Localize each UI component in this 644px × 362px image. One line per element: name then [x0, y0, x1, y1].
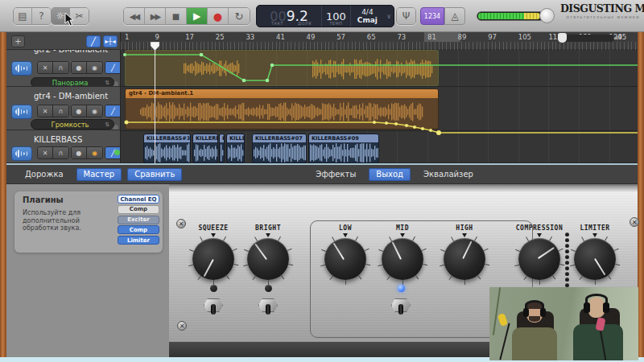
record-button[interactable]: ● [208, 8, 229, 24]
lcd-display[interactable]: 009.2 ТАКТ ДОЛЯ 100 ТЕМП 4/4 Cmaj ∨ [256, 5, 394, 27]
automation-mode-button[interactable]: ╱ [86, 35, 101, 47]
solo-button[interactable]: ∩ [53, 62, 68, 73]
record-enable-button[interactable]: ● [72, 105, 87, 117]
metronome-button[interactable]: ◬ [444, 7, 465, 25]
tab-left-3[interactable]: Сравнить [127, 168, 182, 181]
catch-playhead-icon: ▸┼◂ [105, 38, 116, 45]
plugin-slot-2[interactable]: Comp [118, 205, 159, 214]
bass-region[interactable]: KILLERBASS#07 [252, 134, 307, 163]
knob-label: HIGH [432, 224, 497, 232]
stop-button[interactable]: ■ [166, 8, 187, 24]
knob-compression[interactable] [518, 238, 560, 280]
add-track-button[interactable]: + [11, 35, 25, 47]
automation-param-dropdown[interactable]: Громкость⇅ [31, 119, 114, 130]
rewind-button[interactable]: ◀◀ [124, 8, 145, 24]
play-button[interactable]: ▶ [187, 8, 208, 24]
toggle-bright[interactable] [256, 297, 280, 315]
knob-tick [365, 249, 369, 251]
solo-button[interactable]: ∩ [53, 147, 68, 158]
plugin-slot-1[interactable]: Channel EQ [118, 195, 159, 204]
microphone-yellow [497, 313, 508, 327]
automation-group: ╱ [105, 61, 120, 74]
master-volume-slider-handle[interactable] [539, 8, 555, 23]
compression-led [565, 255, 569, 259]
mute-button[interactable]: ✕ [38, 147, 53, 158]
catch-playhead-button[interactable]: ▸┼◂ [103, 35, 118, 47]
input-monitor-button[interactable]: ◉ [87, 147, 102, 158]
knob-tick [415, 275, 419, 279]
knob-tick [223, 237, 226, 241]
record-enable-button[interactable]: ● [72, 147, 87, 158]
compression-led [565, 238, 569, 242]
plugin-slot-3[interactable]: Exciter [118, 216, 159, 224]
knob-tick [524, 276, 527, 280]
forward-button[interactable]: ▶▶ [145, 8, 166, 24]
knob-squeeze[interactable] [192, 238, 234, 280]
tuner-group: Ψ [396, 7, 416, 25]
knob-tick [570, 265, 575, 267]
track3-lane[interactable]: KILLERBASS#33KILLERBKKILLEKILLERBASS#07K… [121, 132, 638, 163]
tab-right-1[interactable]: Эффекты [308, 168, 363, 181]
automation-group: ╱ [105, 105, 120, 117]
knob-low[interactable] [324, 238, 366, 280]
automation-param-dropdown[interactable]: Панорама⇅ [31, 77, 114, 87]
mute-button[interactable]: ✕ [38, 105, 53, 117]
tuner-button[interactable]: Ψ [397, 8, 415, 24]
zoom-slider[interactable] [559, 35, 614, 42]
knob-limiter[interactable] [574, 238, 616, 280]
bass-region[interactable]: KILLERB [192, 134, 218, 163]
track-header-2[interactable]: gtr4 - DM-ambient✕∩●◉╱Громкость⇅ [6, 87, 120, 130]
automation-button[interactable]: ╱ [105, 105, 120, 117]
tab-left-2[interactable]: Мастер [76, 168, 122, 181]
zoom-slider-handle[interactable] [558, 33, 567, 43]
plugins-description: Используйте для дополнительной обработки… [23, 209, 111, 232]
record-input-group: ●◉ [71, 146, 103, 159]
tab-left-1[interactable]: Дорожка [18, 168, 71, 181]
track1-lane[interactable] [121, 50, 638, 87]
knob-tick [549, 237, 552, 241]
volume-automation-curve[interactable] [121, 88, 638, 136]
bass-waveform [228, 143, 244, 162]
cycle-button[interactable]: ↻ [229, 8, 250, 24]
toggle-squeeze[interactable] [201, 297, 225, 315]
knob-mid[interactable] [382, 238, 423, 280]
knob-bright[interactable] [247, 238, 289, 280]
toggle-mid[interactable] [389, 297, 413, 315]
knob-label: LOW [313, 224, 378, 232]
track-header-1[interactable]: gtr2 - DM-ambient✕∩●◉╱Панорама⇅ [6, 50, 120, 87]
playhead-line[interactable] [155, 42, 155, 163]
end-marker-value: 45 [617, 33, 626, 41]
bass-region[interactable]: K [219, 134, 225, 163]
record-enable-button[interactable]: ● [72, 62, 87, 73]
track-header-3[interactable]: KILLERBASS✕∩●◉╱ [6, 130, 120, 163]
tab-right-2[interactable]: Выход [369, 168, 411, 181]
ruler-tick-label: 97 [488, 33, 497, 41]
bar-ruler[interactable]: 191725334149576573818997105113121129 ◀45 [121, 32, 638, 50]
help-button[interactable]: ? [32, 8, 51, 24]
bass-region[interactable]: KILLE [226, 134, 245, 163]
knob-high[interactable] [444, 238, 485, 280]
track-waveform-icon [11, 61, 32, 76]
tracks-area[interactable]: gtr4 - DM-ambient.1 KILLERBASS#33KILLERB… [121, 50, 638, 163]
knob-marker-triangle [592, 233, 597, 237]
playhead-marker[interactable] [150, 42, 160, 51]
tab-right-3[interactable]: Эквалайзер [416, 168, 481, 181]
solo-button[interactable]: ∩ [53, 105, 68, 117]
input-monitor-button[interactable]: ◉ [87, 62, 102, 73]
count-in-button[interactable]: 1234 [420, 7, 444, 25]
track2-lane[interactable]: gtr4 - DM-ambient.1 [121, 88, 638, 131]
forward-icon: ▶▶ [151, 12, 159, 21]
mute-button[interactable]: ✕ [38, 62, 53, 73]
plugin-slot-5[interactable]: Limiter [118, 236, 159, 245]
lcd-dropdown-chevron[interactable]: ∨ [384, 6, 394, 27]
pan-automation-curve[interactable] [121, 50, 638, 87]
automation-button[interactable]: ╱ [105, 62, 120, 73]
media-browser-button[interactable]: ▤ [14, 8, 32, 24]
bass-region[interactable]: KILLERBASS#09 [308, 134, 379, 163]
plugin-slot-4[interactable]: Comp [118, 225, 159, 234]
knob-tick [358, 275, 361, 279]
stop-icon: ■ [172, 12, 180, 21]
region-name-label: K [220, 134, 224, 142]
bass-region[interactable]: KILLERBASS#33 [143, 134, 191, 163]
input-monitor-button[interactable]: ◉ [87, 105, 102, 117]
